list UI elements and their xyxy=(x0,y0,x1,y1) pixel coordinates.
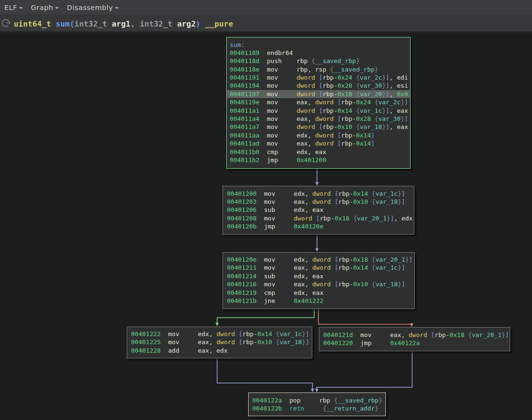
signature-token: ) xyxy=(196,19,201,28)
disasm-token: ] xyxy=(404,115,408,122)
basic-block-00401189[interactable]: sum:00401189 endbr64 0040118d push rbp {… xyxy=(226,37,411,169)
disasm-token: mov xyxy=(260,115,297,122)
disasm-line[interactable]: 00401200 mov edx, dword [rbp-0x14 {var_1… xyxy=(227,190,410,198)
disasm-line[interactable]: 0040121b jne 0x401222 xyxy=(227,297,411,305)
disasm-token xyxy=(331,198,335,205)
disasm-line[interactable]: 00401216 mov eax, dword [rbp-0x10 {var_1… xyxy=(227,280,411,288)
disasm-line[interactable]: sum: xyxy=(230,41,407,49)
disasm-token: rbp xyxy=(297,57,311,64)
basic-block-00401200[interactable]: 00401200 mov edx, dword [rbp-0x14 {var_1… xyxy=(223,186,414,235)
menu-item-label: Disassembly xyxy=(67,4,113,11)
disasm-token: , edx xyxy=(394,215,412,222)
disasm-token xyxy=(352,123,356,130)
disasm-line[interactable]: 00401225 mov eax, dword [rbp-0x10 {var_1… xyxy=(131,338,308,346)
disasm-line[interactable]: 00401228 add eax, edx xyxy=(131,347,308,355)
disasm-line[interactable]: 00401191 mov dword [rbp-0x24 {var_2c}], … xyxy=(230,73,407,82)
disasm-token: var_18 xyxy=(375,198,398,205)
disasm-token: rbp- xyxy=(341,140,356,147)
disasm-token: } xyxy=(356,57,360,64)
disasm-token: eax, xyxy=(294,264,312,271)
disasm-token: 0x0 xyxy=(397,91,408,98)
disasm-line[interactable]: 004011ad mov eax, dword [rbp-0x14] xyxy=(230,139,407,147)
disasm-line[interactable]: 0040120e mov edx, dword [rbp-0x18 {var_2… xyxy=(227,256,411,264)
disasm-token: var_20_1 xyxy=(472,331,502,338)
disasm-token: 00401206 xyxy=(227,206,257,213)
basic-block-00401222[interactable]: 00401222 mov edx, dword [rbp-0x14 {var_1… xyxy=(127,327,312,359)
disasm-line[interactable]: 004011a4 mov eax, dword [rbp-0x28 {var_3… xyxy=(230,115,407,123)
disasm-line[interactable]: 00401222 mov edx, dword [rbp-0x14 {var_1… xyxy=(131,330,308,338)
disasm-line[interactable]: 00401206 sub edx, eax xyxy=(227,206,410,214)
disasm-line[interactable]: 004011b2 jmp 0x401200 xyxy=(230,156,407,164)
disasm-token: } xyxy=(398,281,401,288)
disasm-token: 00401216 xyxy=(227,281,257,288)
function-signature[interactable]: uint64_t sum(int32_t arg1, int32_t arg2)… xyxy=(14,19,233,28)
disasm-token: [ xyxy=(319,82,323,89)
disasm-token: } xyxy=(398,264,401,271)
disasm-token: __saved_rbp xyxy=(338,397,379,404)
disasm-token: ] xyxy=(409,256,413,263)
disasm-line[interactable]: 004011a7 mov dword [rbp-0x10 {var_18}], … xyxy=(230,123,407,131)
graph-canvas[interactable]: sum:00401189 endbr64 0040118d push rbp {… xyxy=(0,33,532,420)
disasm-token: mov xyxy=(161,330,198,338)
disasm-token: edx, eax xyxy=(294,206,324,213)
menu-item-disassembly[interactable]: Disassembly xyxy=(67,4,119,11)
disasm-token xyxy=(315,91,319,98)
disasm-line[interactable]: 004011a1 mov dword [rbp-0x14 {var_1c}], … xyxy=(230,107,407,115)
disasm-token xyxy=(312,215,316,222)
disasm-line[interactable]: 00401211 mov eax, dword [rbp-0x14 {var_1… xyxy=(227,264,411,272)
disasm-token: { xyxy=(356,82,360,89)
menu-item-elf[interactable]: ELF xyxy=(4,4,23,11)
disasm-line[interactable]: 00401189 endbr64 xyxy=(230,49,407,57)
disasm-token: , eax xyxy=(390,123,408,130)
disasm-line[interactable]: 00401214 sub edx, eax xyxy=(227,272,411,280)
disasm-token: } xyxy=(379,397,383,404)
disasm-token: dword xyxy=(312,264,331,271)
disasm-line-highlighted[interactable]: 00401197 mov dword [rbp-0x18 {var_20}], … xyxy=(230,90,407,98)
disasm-line[interactable]: 0040121d mov eax, dword [rbp-0x18 {var_2… xyxy=(323,331,506,339)
disasm-line[interactable]: 004011b0 cmp edx, eax xyxy=(230,148,407,156)
disasm-token: ] xyxy=(401,281,405,288)
disasm-token: 0x24 xyxy=(356,99,371,106)
menu-item-graph[interactable]: Graph xyxy=(31,4,59,11)
disasm-line[interactable]: 00401219 cmp edx, eax xyxy=(227,289,411,297)
disasm-line[interactable]: 004011aa mov edx, dword [rbp-0x14] xyxy=(230,131,407,139)
disasm-token: } xyxy=(382,123,386,130)
disasm-token: 0x28 xyxy=(356,115,371,122)
disasm-token: 004011aa xyxy=(230,132,260,139)
basic-block-0040121d[interactable]: 0040121d mov eax, dword [rbp-0x18 {var_2… xyxy=(319,327,510,351)
basic-block-0040120e[interactable]: 0040120e mov edx, dword [rbp-0x18 {var_2… xyxy=(223,252,415,309)
disasm-line[interactable]: 0040122a pop rbp {__saved_rbp} xyxy=(252,396,382,404)
signature-token xyxy=(51,19,56,28)
disasm-token: rbp- xyxy=(338,256,353,263)
disasm-line[interactable]: 0040122b retn {__return_addr} xyxy=(252,404,382,412)
disasm-line[interactable]: 00401194 mov dword [rbp-0x28 {var_30}], … xyxy=(230,82,407,90)
disasm-token: 004011a4 xyxy=(230,115,260,122)
disasm-line[interactable]: 00401208 mov dword [rbp-0x18 {var_20_1}]… xyxy=(227,214,410,222)
disasm-token: ] xyxy=(404,99,408,106)
disasm-token: 0x14 xyxy=(356,140,371,147)
disasm-token: , xyxy=(390,91,397,98)
disasm-line[interactable]: 00401220 jmp 0x40122a xyxy=(323,339,506,347)
disasm-token: { xyxy=(311,57,315,64)
disasm-token: mov xyxy=(161,338,198,346)
disasm-line[interactable]: 0040119e mov eax, dword [rbp-0x24 {var_2… xyxy=(230,98,407,106)
disasm-token: var_20 xyxy=(360,91,382,98)
disasm-token: 00401189 xyxy=(230,49,260,56)
disasm-token: , eax xyxy=(390,107,408,114)
basic-block-0040122a[interactable]: 0040122a pop rbp {__saved_rbp}0040122b r… xyxy=(248,393,386,416)
disasm-token: 0x14 xyxy=(337,107,352,114)
disasm-token: [ xyxy=(335,256,338,263)
disasm-token: edx, eax xyxy=(294,273,324,280)
disasm-line[interactable]: 00401203 mov eax, dword [rbp-0x10 {var_1… xyxy=(227,198,410,206)
signature-token: ( xyxy=(70,19,75,28)
disasm-token: mov xyxy=(257,190,294,197)
disasm-token: ] xyxy=(401,190,405,197)
disasm-token: edx, eax xyxy=(297,148,327,155)
disasm-token: } xyxy=(302,338,306,346)
disasm-line[interactable]: 0040120b jmp 0x40120e xyxy=(227,222,410,230)
disasm-line[interactable]: 0040118e mov rbp, rsp {__saved_rbp} xyxy=(230,65,407,73)
signature-token: arg1 xyxy=(107,19,131,28)
disasm-line[interactable]: 0040118d push rbp {__saved_rbp} xyxy=(230,57,407,65)
disasm-token: { xyxy=(356,91,360,98)
disasm-token: { xyxy=(372,256,375,263)
